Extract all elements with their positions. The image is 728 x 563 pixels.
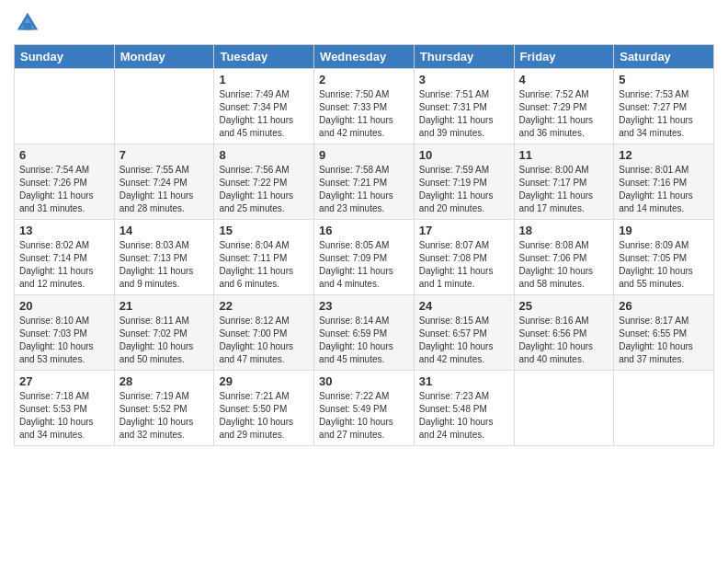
weekday-header: Thursday (414, 45, 514, 69)
calendar-cell: 13Sunrise: 8:02 AM Sunset: 7:14 PM Dayli… (15, 220, 115, 295)
calendar-week-row: 13Sunrise: 8:02 AM Sunset: 7:14 PM Dayli… (15, 220, 714, 295)
day-info: Sunrise: 7:56 AM Sunset: 7:22 PM Dayligh… (219, 164, 309, 215)
day-number: 1 (219, 73, 309, 86)
calendar-cell: 24Sunrise: 8:15 AM Sunset: 6:57 PM Dayli… (414, 295, 514, 371)
logo (14, 14, 43, 37)
day-info: Sunrise: 8:11 AM Sunset: 7:02 PM Dayligh… (119, 315, 210, 366)
calendar-cell: 28Sunrise: 7:19 AM Sunset: 5:52 PM Dayli… (114, 371, 214, 446)
day-info: Sunrise: 8:04 AM Sunset: 7:11 PM Dayligh… (219, 239, 309, 291)
day-number: 18 (519, 224, 609, 237)
calendar-cell: 11Sunrise: 8:00 AM Sunset: 7:17 PM Dayli… (514, 144, 614, 220)
day-number: 25 (519, 299, 609, 313)
calendar-cell: 29Sunrise: 7:21 AM Sunset: 5:50 PM Dayli… (214, 371, 314, 446)
calendar-cell: 14Sunrise: 8:03 AM Sunset: 7:13 PM Dayli… (114, 220, 214, 295)
day-info: Sunrise: 7:54 AM Sunset: 7:26 PM Dayligh… (19, 164, 109, 215)
calendar-week-row: 20Sunrise: 8:10 AM Sunset: 7:03 PM Dayli… (15, 295, 714, 371)
day-info: Sunrise: 7:19 AM Sunset: 5:52 PM Dayligh… (119, 390, 210, 442)
day-number: 27 (19, 374, 109, 388)
calendar-cell: 26Sunrise: 8:17 AM Sunset: 6:55 PM Dayli… (614, 295, 714, 371)
calendar-cell: 30Sunrise: 7:22 AM Sunset: 5:49 PM Dayli… (314, 371, 415, 446)
day-info: Sunrise: 8:00 AM Sunset: 7:17 PM Dayligh… (519, 164, 609, 215)
day-info: Sunrise: 8:16 AM Sunset: 6:56 PM Dayligh… (519, 315, 609, 366)
day-info: Sunrise: 8:05 AM Sunset: 7:09 PM Dayligh… (319, 239, 409, 291)
svg-rect-2 (24, 23, 32, 30)
weekday-header: Tuesday (214, 45, 314, 69)
calendar-cell: 6Sunrise: 7:54 AM Sunset: 7:26 PM Daylig… (15, 144, 115, 220)
calendar-cell (614, 371, 714, 446)
day-number: 14 (119, 224, 210, 237)
calendar-table: SundayMondayTuesdayWednesdayThursdayFrid… (14, 44, 714, 446)
day-info: Sunrise: 7:21 AM Sunset: 5:50 PM Dayligh… (219, 390, 309, 442)
calendar-cell: 10Sunrise: 7:59 AM Sunset: 7:19 PM Dayli… (414, 144, 514, 220)
calendar-cell (15, 69, 115, 144)
calendar-cell (114, 69, 214, 144)
day-number: 4 (519, 73, 609, 86)
day-number: 15 (219, 224, 309, 237)
day-number: 3 (419, 73, 509, 86)
day-number: 13 (19, 224, 109, 237)
day-number: 31 (419, 374, 509, 388)
calendar-cell: 8Sunrise: 7:56 AM Sunset: 7:22 PM Daylig… (214, 144, 314, 220)
day-number: 12 (619, 148, 709, 162)
day-info: Sunrise: 7:59 AM Sunset: 7:19 PM Dayligh… (419, 164, 509, 215)
day-number: 9 (319, 148, 409, 162)
day-info: Sunrise: 7:49 AM Sunset: 7:34 PM Dayligh… (219, 88, 309, 140)
day-info: Sunrise: 7:50 AM Sunset: 7:33 PM Dayligh… (319, 88, 409, 140)
calendar-cell: 17Sunrise: 8:07 AM Sunset: 7:08 PM Dayli… (414, 220, 514, 295)
calendar-cell: 7Sunrise: 7:55 AM Sunset: 7:24 PM Daylig… (114, 144, 214, 220)
day-info: Sunrise: 8:15 AM Sunset: 6:57 PM Dayligh… (419, 315, 509, 366)
day-info: Sunrise: 7:58 AM Sunset: 7:21 PM Dayligh… (319, 164, 409, 215)
weekday-header: Wednesday (314, 45, 415, 69)
weekday-header: Saturday (614, 45, 714, 69)
calendar-cell: 5Sunrise: 7:53 AM Sunset: 7:27 PM Daylig… (614, 69, 714, 144)
day-info: Sunrise: 8:01 AM Sunset: 7:16 PM Dayligh… (619, 164, 709, 215)
calendar-cell: 12Sunrise: 8:01 AM Sunset: 7:16 PM Dayli… (614, 144, 714, 220)
day-number: 7 (119, 148, 210, 162)
day-info: Sunrise: 7:55 AM Sunset: 7:24 PM Dayligh… (119, 164, 210, 215)
day-info: Sunrise: 7:22 AM Sunset: 5:49 PM Dayligh… (319, 390, 409, 442)
day-number: 8 (219, 148, 309, 162)
day-info: Sunrise: 7:23 AM Sunset: 5:48 PM Dayligh… (419, 390, 509, 442)
day-number: 22 (219, 299, 309, 313)
day-number: 21 (119, 299, 210, 313)
day-number: 30 (319, 374, 409, 388)
day-number: 23 (319, 299, 409, 313)
calendar-cell (514, 371, 614, 446)
day-number: 28 (119, 374, 210, 388)
day-number: 29 (219, 374, 309, 388)
calendar-cell: 27Sunrise: 7:18 AM Sunset: 5:53 PM Dayli… (15, 371, 115, 446)
day-info: Sunrise: 7:52 AM Sunset: 7:29 PM Dayligh… (519, 88, 609, 140)
day-number: 10 (419, 148, 509, 162)
day-info: Sunrise: 8:14 AM Sunset: 6:59 PM Dayligh… (319, 315, 409, 366)
day-info: Sunrise: 8:07 AM Sunset: 7:08 PM Dayligh… (419, 239, 509, 291)
day-info: Sunrise: 7:51 AM Sunset: 7:31 PM Dayligh… (419, 88, 509, 140)
day-number: 26 (619, 299, 709, 313)
calendar-cell: 16Sunrise: 8:05 AM Sunset: 7:09 PM Dayli… (314, 220, 415, 295)
day-info: Sunrise: 8:10 AM Sunset: 7:03 PM Dayligh… (19, 315, 109, 366)
calendar-cell: 31Sunrise: 7:23 AM Sunset: 5:48 PM Dayli… (414, 371, 514, 446)
calendar-cell: 18Sunrise: 8:08 AM Sunset: 7:06 PM Dayli… (514, 220, 614, 295)
day-info: Sunrise: 8:02 AM Sunset: 7:14 PM Dayligh… (19, 239, 109, 291)
calendar-cell: 15Sunrise: 8:04 AM Sunset: 7:11 PM Dayli… (214, 220, 314, 295)
calendar-cell: 25Sunrise: 8:16 AM Sunset: 6:56 PM Dayli… (514, 295, 614, 371)
day-info: Sunrise: 8:08 AM Sunset: 7:06 PM Dayligh… (519, 239, 609, 291)
day-number: 17 (419, 224, 509, 237)
day-number: 2 (319, 73, 409, 86)
calendar-week-row: 1Sunrise: 7:49 AM Sunset: 7:34 PM Daylig… (15, 69, 714, 144)
calendar-cell: 23Sunrise: 8:14 AM Sunset: 6:59 PM Dayli… (314, 295, 415, 371)
weekday-row: SundayMondayTuesdayWednesdayThursdayFrid… (15, 45, 714, 69)
calendar-cell: 4Sunrise: 7:52 AM Sunset: 7:29 PM Daylig… (514, 69, 614, 144)
calendar-body: 1Sunrise: 7:49 AM Sunset: 7:34 PM Daylig… (15, 69, 714, 446)
calendar-cell: 19Sunrise: 8:09 AM Sunset: 7:05 PM Dayli… (614, 220, 714, 295)
calendar-cell: 20Sunrise: 8:10 AM Sunset: 7:03 PM Dayli… (15, 295, 115, 371)
day-info: Sunrise: 7:18 AM Sunset: 5:53 PM Dayligh… (19, 390, 109, 442)
day-number: 20 (19, 299, 109, 313)
day-number: 16 (319, 224, 409, 237)
calendar-cell: 21Sunrise: 8:11 AM Sunset: 7:02 PM Dayli… (114, 295, 214, 371)
day-number: 11 (519, 148, 609, 162)
day-info: Sunrise: 8:12 AM Sunset: 7:00 PM Dayligh… (219, 315, 309, 366)
header (14, 9, 714, 37)
day-number: 24 (419, 299, 509, 313)
day-number: 6 (19, 148, 109, 162)
day-info: Sunrise: 8:17 AM Sunset: 6:55 PM Dayligh… (619, 315, 709, 366)
